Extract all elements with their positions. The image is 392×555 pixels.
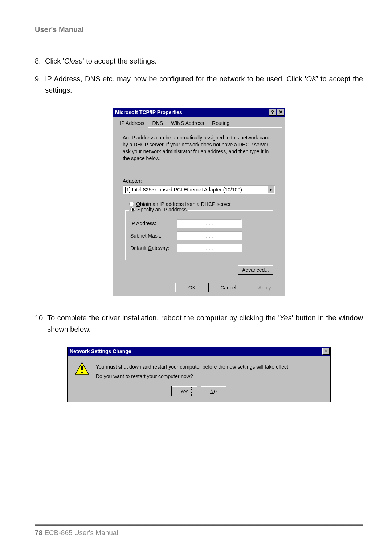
adapter-combo-value: [1] Intel 8255x-based PCI Ethernet Adapt… — [123, 187, 267, 193]
netchg-title: Network Settings Change — [70, 348, 322, 354]
tab-ip-address[interactable]: IP Address — [116, 119, 148, 128]
warning-icon — [75, 362, 89, 375]
ip-address-row: IP Address: . . . — [130, 219, 268, 228]
apply-button: Apply — [248, 283, 281, 292]
tab-dns[interactable]: DNS — [148, 119, 167, 127]
tcpip-properties-dialog: Microsoft TCP/IP Properties ? ✕ IP Addre… — [113, 108, 285, 296]
page-footer: 78 ECB-865 User's Manual — [35, 524, 363, 537]
adv-pre: A — [242, 267, 245, 273]
page-header: User's Manual — [35, 25, 363, 34]
svg-rect-2 — [81, 372, 83, 373]
radio-obtain-dhcp[interactable]: Obtain an IP address from a DHCP server — [129, 201, 275, 207]
footer-text: ECB-865 User's Manual — [42, 529, 118, 536]
network-settings-change-dialog: Network Settings Change ✕ You must shut … — [67, 347, 331, 402]
adapter-label-accel: p — [132, 178, 135, 184]
netchg-button-row: Yes No — [68, 385, 330, 402]
fld-ip-rest: P Address: — [132, 220, 156, 226]
no-button[interactable]: No — [201, 386, 226, 396]
step-9: 9. IP Address, DNS etc. may now be confi… — [35, 73, 363, 96]
yes-button[interactable]: Yes — [172, 386, 197, 396]
subnet-mask-row: Subnet Mask: . . . — [130, 231, 268, 240]
yes-accel: Y — [180, 389, 183, 394]
netchg-body: You must shut down and restart your comp… — [68, 356, 330, 385]
no-accel: N — [210, 388, 214, 394]
yes-rest: es — [183, 389, 189, 394]
close-button: ✕ — [322, 348, 330, 355]
step-9-num: 9. — [35, 73, 45, 96]
radio1-rest: btain an IP address from a DHCP server — [140, 201, 231, 207]
radio-icon — [130, 207, 135, 212]
tcpip-ip-panel: An IP address can be automatically assig… — [116, 127, 282, 280]
subnet-mask-label: Subnet Mask: — [130, 233, 177, 239]
default-gateway-input[interactable]: . . . — [177, 244, 242, 252]
subnet-mask-input[interactable]: . . . — [177, 231, 242, 240]
specify-ip-group: Specify an IP address IP Address: . . . … — [125, 210, 273, 260]
step-10-pre: To complete the driver installation, reb… — [47, 314, 279, 322]
radio-obtain-label: Obtain an IP address from a DHCP server — [136, 201, 231, 207]
fld-sn-pre: S — [130, 233, 134, 239]
step-10-text: To complete the driver installation, reb… — [47, 312, 363, 335]
adapter-combo[interactable]: [1] Intel 8255x-based PCI Ethernet Adapt… — [123, 185, 275, 194]
adv-rest: vanced... — [248, 267, 269, 273]
step-9-em: OK — [306, 75, 317, 83]
tab-routing[interactable]: Routing — [208, 119, 233, 127]
netchg-line2: Do you want to restart your computer now… — [96, 372, 290, 381]
netchg-titlebar: Network Settings Change ✕ — [68, 347, 330, 356]
netchg-line1: You must shut down and restart your comp… — [96, 362, 290, 372]
tab-wins-address[interactable]: WINS Address — [167, 119, 208, 127]
step-9-pre: IP Address, DNS etc. may now be configur… — [45, 75, 306, 83]
radio-specify-ip[interactable]: Specify an IP address — [129, 207, 188, 212]
fld-gw-pre: Default — [130, 245, 148, 251]
radio-icon — [129, 202, 134, 206]
adv-accel: d — [245, 267, 248, 273]
tcpip-description: An IP address can be automatically assig… — [123, 134, 275, 162]
step-10: 10. To complete the driver installation,… — [35, 312, 363, 335]
step-8-text: Click 'Close' to accept the settings. — [45, 56, 363, 67]
cancel-button[interactable]: Cancel — [212, 283, 245, 292]
step-8-num: 8. — [35, 56, 45, 67]
step-10-em: Yes — [279, 314, 291, 322]
step-8-pre: Click ' — [45, 57, 64, 65]
radio2-accel: S — [137, 207, 140, 212]
tcpip-title: Microsoft TCP/IP Properties — [115, 109, 268, 115]
adapter-label-pre: Ada — [123, 178, 132, 184]
help-button[interactable]: ? — [269, 109, 276, 116]
tcpip-button-row: OK Cancel Apply — [113, 283, 285, 296]
ip-address-input[interactable]: . . . — [177, 219, 242, 228]
close-button[interactable]: ✕ — [277, 109, 284, 116]
radio2-rest: pecify an IP address — [140, 207, 187, 212]
footer-rule — [35, 524, 363, 526]
svg-rect-1 — [81, 366, 83, 370]
fld-sn-rest: bnet Mask: — [136, 233, 161, 239]
advanced-button[interactable]: Advanced... — [238, 265, 273, 275]
step-8-em: Close — [64, 57, 83, 65]
default-gateway-label: Default Gateway: — [130, 245, 177, 251]
fld-sn-accel: u — [134, 233, 136, 239]
adapter-label: Adapter: — [123, 178, 275, 184]
fld-gw-accel: G — [148, 245, 152, 251]
step-9-text: IP Address, DNS etc. may now be configur… — [45, 73, 363, 96]
radio-specify-label: Specify an IP address — [137, 207, 187, 212]
step-10-num: 10. — [35, 312, 47, 335]
ok-button[interactable]: OK — [175, 283, 209, 292]
adapter-label-post: ter: — [135, 178, 142, 184]
chevron-down-icon[interactable]: ▼ — [267, 186, 274, 193]
no-rest: o — [214, 388, 217, 394]
tcpip-titlebar: Microsoft TCP/IP Properties ? ✕ — [113, 108, 285, 117]
tcpip-tabbar: IP Address DNS WINS Address Routing — [113, 117, 285, 127]
ip-address-label: IP Address: — [130, 220, 177, 226]
step-8-post: ' to accept the settings. — [83, 57, 157, 65]
fld-gw-rest: ateway: — [152, 245, 169, 251]
step-8: 8. Click 'Close' to accept the settings. — [35, 56, 363, 67]
radio1-accel: O — [136, 201, 140, 207]
netchg-message: You must shut down and restart your comp… — [96, 362, 290, 381]
default-gateway-row: Default Gateway: . . . — [130, 244, 268, 252]
page-number: 78 — [35, 529, 42, 536]
